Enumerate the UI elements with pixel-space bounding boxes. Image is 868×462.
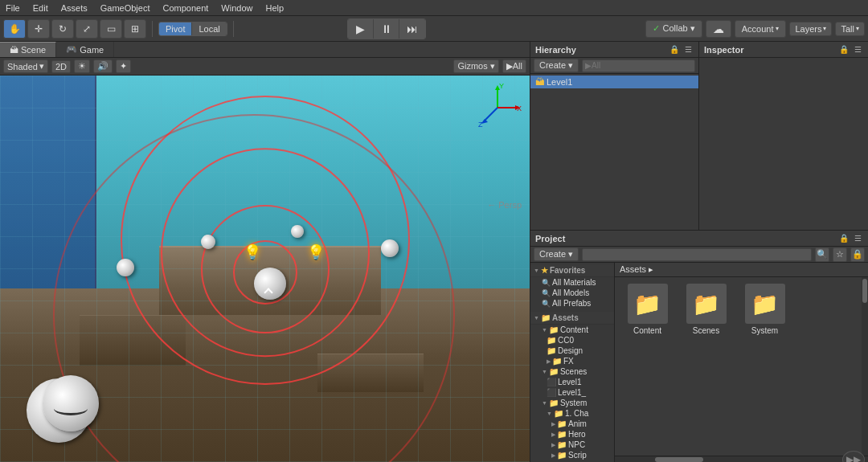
tree-item-system[interactable]: ▼ 📁 System [530, 398, 614, 408]
tree-item-cc0[interactable]: 📁 CC0 [530, 335, 614, 345]
tree-item-all-models[interactable]: 🔍 All Models [530, 288, 614, 298]
file-item-system[interactable]: 📁 System [739, 284, 791, 335]
transform-tool-button[interactable]: ⊞ [124, 19, 146, 39]
hierarchy-title: Hierarchy [535, 45, 576, 55]
files-scrollbar[interactable] [862, 277, 868, 456]
project-bottom-scrollbar[interactable]: ▶▶ [615, 456, 868, 462]
menu-gameobject[interactable]: GameObject [98, 3, 153, 13]
menu-edit[interactable]: Edit [31, 3, 51, 13]
persp-all-button[interactable]: ▶All [502, 59, 526, 73]
vfx-button[interactable]: ✦ [116, 59, 131, 73]
design-folder-icon: 📁 [547, 346, 556, 355]
tree-item-level1[interactable]: ⬛ Level1 [530, 377, 614, 387]
sphere-large-bottom-2[interactable] [43, 375, 99, 431]
layers-dropdown[interactable]: Layers ▾ [789, 22, 832, 36]
menu-assets[interactable]: Assets [59, 3, 90, 13]
system-label: System [560, 399, 587, 407]
files-scrollbar-thumb [862, 279, 867, 303]
tree-item-scrip[interactable]: ▶ 📁 Scrip [530, 450, 614, 460]
top-right-area: Hierarchy 🔒 ☰ Create ▾ 🏔 Level1 [530, 42, 868, 231]
tree-item-hero[interactable]: ▶ 📁 Hero [530, 429, 614, 440]
inspector-header-icons: 🔒 ☰ [838, 44, 863, 55]
project-create-button[interactable]: Create ▾ [534, 247, 579, 261]
tree-item-all-prefabs[interactable]: 🔍 All Prefabs [530, 298, 614, 309]
design-label: Design [558, 346, 583, 355]
file-item-scenes[interactable]: 📁 Scenes [680, 284, 732, 335]
project-search-icon-btn[interactable]: 🔍 [815, 247, 829, 262]
collab-button[interactable]: ✓ Collab ▾ [645, 20, 702, 38]
fx-folder-icon: 📁 [552, 357, 562, 366]
game-tab-label: Game [80, 45, 104, 55]
scene-toolbar: Shaded ▾ 2D ☀ 🔊 ✦ Gizmos ▾ ▶All [0, 58, 530, 76]
project-search-input[interactable] [582, 248, 812, 261]
content-folder-icon: 📁 [549, 325, 559, 334]
layers-tall-group: Layers ▾ Tall ▾ [789, 22, 865, 36]
tall-dropdown[interactable]: Tall ▾ [835, 22, 865, 36]
local-button[interactable]: Local [192, 22, 226, 35]
shaded-dropdown[interactable]: Shaded ▾ [3, 59, 48, 73]
anim-arrow-icon: ▶ [551, 421, 555, 427]
layers-label: Layers [795, 24, 821, 34]
account-button[interactable]: Account ▾ [735, 20, 787, 38]
all-prefabs-search-icon: 🔍 [542, 300, 551, 308]
system-folder-file-icon: 📁 [745, 284, 785, 324]
file-item-content[interactable]: 📁 Content [621, 284, 674, 335]
level1b-scene-icon: ⬛ [547, 388, 556, 397]
pivot-button[interactable]: Pivot [159, 22, 192, 35]
tree-item-fx[interactable]: ▶ 📁 FX [530, 356, 614, 366]
collab-account-group: ✓ Collab ▾ ☁ Account ▾ [645, 20, 786, 38]
cloud-button[interactable]: ☁ [706, 20, 731, 38]
hierarchy-item-level1[interactable]: 🏔 Level1 [530, 76, 698, 88]
project-lock-icon[interactable]: 🔒 [838, 233, 850, 244]
play-button[interactable]: ▶ [348, 19, 374, 39]
tree-item-npc[interactable]: ▶ 📁 NPC [530, 440, 614, 450]
bottom-right-area: Project 🔒 ☰ Create ▾ 🔍 ☆ 🔒 [530, 231, 868, 462]
layers-arrow-icon: ▾ [823, 25, 826, 32]
content-label: Content [560, 325, 588, 334]
menu-component[interactable]: Component [160, 3, 211, 13]
inspector-lock-icon[interactable]: 🔒 [838, 44, 850, 55]
assets-folder-icon: 📁 [541, 313, 551, 322]
menu-file[interactable]: File [3, 3, 23, 13]
scene-tab[interactable]: 🏔 Scene [0, 42, 56, 57]
content-folder-file-icon: 📁 [628, 284, 668, 324]
lighting-button[interactable]: ☀ [74, 59, 90, 73]
rotate-tool-button[interactable]: ↻ [51, 19, 74, 39]
tree-item-all-materials[interactable]: 🔍 All Materials [530, 277, 614, 288]
favorites-label: Favorites [550, 266, 585, 275]
game-tab[interactable]: 🎮 Game [56, 42, 114, 57]
scale-tool-button[interactable]: ⤢ [76, 19, 98, 39]
sphere-left[interactable] [117, 259, 134, 276]
assets-breadcrumb: Assets ▸ [615, 263, 868, 277]
tree-item-1cha[interactable]: ▼ 📁 1. Cha [530, 408, 614, 419]
tree-item-level1b[interactable]: ⬛ Level1_ [530, 387, 614, 398]
step-button[interactable]: ⏭ [399, 19, 425, 39]
move-tool-button[interactable]: ✛ [27, 19, 50, 39]
rect-tool-button[interactable]: ▭ [100, 19, 122, 39]
left-panel: 🏔 Scene 🎮 Game Shaded ▾ 2D ☀ 🔊 ✦ Gizmos … [0, 42, 530, 462]
fx-arrow-icon: ▶ [547, 358, 551, 365]
hierarchy-search-input[interactable] [582, 59, 695, 72]
audio-button[interactable]: 🔊 [93, 59, 113, 73]
toolbar-separator-2 [233, 21, 234, 37]
all-materials-label: All Materials [552, 278, 596, 287]
2d-button[interactable]: 2D [51, 60, 71, 73]
tree-item-scenes[interactable]: ▼ 📁 Scenes [530, 366, 614, 377]
system-file-label: System [751, 326, 778, 335]
hierarchy-lock-icon[interactable]: 🔒 [669, 44, 680, 55]
hand-tool-button[interactable]: ✋ [3, 19, 26, 39]
project-star-icon-btn[interactable]: ☆ [833, 247, 847, 262]
menu-help[interactable]: Help [263, 3, 286, 13]
pause-button[interactable]: ⏸ [374, 19, 399, 39]
project-menu-icon[interactable]: ☰ [852, 233, 863, 244]
tree-item-design[interactable]: 📁 Design [530, 345, 614, 356]
tree-item-content[interactable]: ▼ 📁 Content [530, 325, 614, 335]
hierarchy-create-button[interactable]: Create ▾ [534, 59, 579, 72]
tree-item-anim[interactable]: ▶ 📁 Anim [530, 419, 614, 429]
inspector-menu-icon[interactable]: ☰ [852, 44, 863, 55]
tool-buttons: ✋ ✛ ↻ ⤢ ▭ ⊞ [3, 19, 146, 39]
gizmos-button[interactable]: Gizmos ▾ [453, 59, 498, 73]
menu-window[interactable]: Window [219, 3, 255, 13]
hierarchy-menu-icon[interactable]: ☰ [682, 44, 694, 55]
project-lock-btn[interactable]: 🔒 [850, 247, 865, 262]
